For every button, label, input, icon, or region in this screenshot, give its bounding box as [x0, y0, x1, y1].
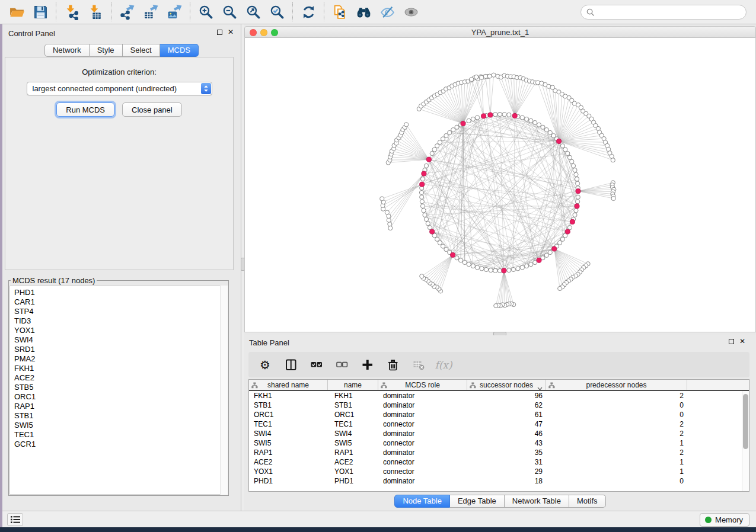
- gear-button[interactable]: ⚙: [258, 358, 272, 371]
- table-scrollbar-thumb[interactable]: [743, 394, 748, 449]
- column-label: shared name: [267, 381, 309, 389]
- mcds-node-item[interactable]: STP4: [14, 307, 227, 316]
- save-icon: [33, 4, 49, 20]
- refresh-button[interactable]: [296, 2, 320, 22]
- memory-button[interactable]: Memory: [700, 513, 749, 527]
- import-table-button[interactable]: [84, 2, 107, 22]
- minimize-window-icon[interactable]: [260, 29, 267, 36]
- tab-network-table[interactable]: Network Table: [505, 495, 569, 508]
- table-row[interactable]: RAP1RAP1dominator352: [249, 448, 749, 457]
- network-window-titlebar[interactable]: YPA_prune.txt_1: [244, 26, 756, 38]
- columns-button[interactable]: [283, 358, 298, 371]
- column-header-predecessor-nodes[interactable]: predecessor nodes: [546, 380, 687, 390]
- export-table-button[interactable]: [139, 2, 162, 22]
- export-network-button[interactable]: [115, 2, 139, 22]
- cell-shared-name: STB1: [249, 401, 328, 409]
- mcds-node-item[interactable]: TEC1: [14, 430, 227, 440]
- tab-edge-table[interactable]: Edge Table: [450, 495, 505, 508]
- cell-name: ORC1: [328, 411, 378, 419]
- mcds-node-item[interactable]: YOX1: [14, 326, 227, 335]
- table-row[interactable]: PHD1PHD1dominator180: [249, 476, 749, 486]
- search-box[interactable]: [580, 5, 747, 20]
- run-mcds-button[interactable]: Run MCDS: [56, 102, 114, 117]
- tab-style[interactable]: Style: [90, 44, 123, 57]
- table-tabs: Node TableEdge TableNetwork TableMotifs: [244, 495, 756, 508]
- cell-name: FKH1: [328, 392, 378, 400]
- hide-selected-button[interactable]: [375, 2, 399, 22]
- mcds-node-item[interactable]: RAP1: [14, 402, 227, 411]
- zoom-out-button[interactable]: [218, 2, 241, 22]
- zoom-selected-button[interactable]: [265, 2, 289, 22]
- tab-network[interactable]: Network: [44, 44, 90, 57]
- cell-shared-name: SWI5: [249, 439, 328, 447]
- table-scrollbar[interactable]: [742, 391, 749, 491]
- column-header-name[interactable]: name: [328, 380, 378, 390]
- mcds-node-item[interactable]: PHD1: [14, 288, 227, 297]
- import-network-button[interactable]: [60, 2, 84, 22]
- float-panel-icon[interactable]: [217, 30, 222, 35]
- trash-button[interactable]: [385, 358, 400, 371]
- column-header-successor-nodes[interactable]: successor nodes: [467, 380, 546, 390]
- optimization-criterion-select[interactable]: largest connected component (undirected): [27, 82, 212, 95]
- close-panel-icon[interactable]: ✕: [228, 29, 234, 36]
- float-table-panel-icon[interactable]: [729, 339, 734, 344]
- mcds-node-item[interactable]: STB1: [14, 411, 227, 421]
- tab-select[interactable]: Select: [123, 44, 160, 57]
- cell-MCDS-role: connector: [378, 439, 467, 447]
- mcds-result-list[interactable]: PHD1CAR1STP4TID3YOX1SWI4SRD1PMA2FKH1ACE2…: [9, 286, 228, 495]
- save-button[interactable]: [28, 2, 52, 22]
- network-canvas[interactable]: [244, 38, 756, 332]
- add-button[interactable]: [360, 358, 374, 371]
- table-row[interactable]: FKH1FKH1dominator962: [249, 391, 749, 400]
- close-window-icon[interactable]: [250, 29, 257, 36]
- zoom-fit-button[interactable]: [241, 2, 265, 22]
- mcds-node-item[interactable]: SWI5: [14, 421, 227, 430]
- add-icon: [361, 358, 374, 371]
- export-image-button[interactable]: [162, 2, 186, 22]
- table-row[interactable]: SWI5SWI5connector431: [249, 438, 749, 448]
- cell-successor-nodes: 62: [467, 401, 546, 409]
- table-row[interactable]: STB1STB1dominator620: [249, 400, 749, 410]
- table-row[interactable]: YOX1YOX1connector291: [249, 467, 749, 476]
- mcds-node-item[interactable]: STB5: [14, 383, 227, 392]
- table-row[interactable]: ACE2ACE2connector311: [249, 457, 749, 467]
- function-icon: f(x): [435, 359, 452, 371]
- duplicate-network-button[interactable]: [328, 2, 352, 22]
- table-row[interactable]: TEC1TEC1connector472: [249, 419, 749, 429]
- mcds-node-item[interactable]: FKH1: [14, 364, 227, 373]
- zoom-in-button[interactable]: [194, 2, 218, 22]
- unselect-all-button[interactable]: [334, 358, 349, 371]
- cell-predecessor-nodes: 0: [546, 411, 687, 419]
- select-all-button[interactable]: [309, 358, 323, 371]
- mcds-node-item[interactable]: CAR1: [14, 297, 227, 307]
- table-row[interactable]: ORC1ORC1dominator610: [249, 410, 749, 419]
- table-row[interactable]: SWI4SWI4dominator462: [249, 429, 749, 438]
- search-input[interactable]: [595, 8, 746, 17]
- task-history-button[interactable]: [7, 513, 23, 526]
- mcds-node-item[interactable]: GCR1: [14, 440, 227, 449]
- mcds-node-item[interactable]: SWI4: [14, 335, 227, 345]
- search-binoculars-icon: [356, 4, 372, 20]
- show-all-button[interactable]: [399, 2, 423, 22]
- mcds-list-scrollbar[interactable]: [220, 286, 228, 495]
- open-folder-button[interactable]: [5, 2, 28, 22]
- mcds-node-item[interactable]: SRD1: [14, 345, 227, 354]
- tab-node-table[interactable]: Node Table: [394, 495, 450, 508]
- column-label: name: [344, 381, 362, 389]
- mcds-node-item[interactable]: TID3: [14, 316, 227, 326]
- zoom-window-icon[interactable]: [271, 29, 278, 36]
- mcds-node-item[interactable]: PMA2: [14, 354, 227, 364]
- search-binoculars-button[interactable]: [352, 2, 375, 22]
- column-header-shared-name[interactable]: shared name: [249, 380, 328, 390]
- close-table-panel-icon[interactable]: ✕: [739, 338, 745, 345]
- mcds-node-item[interactable]: ACE2: [14, 373, 227, 383]
- cell-successor-nodes: 43: [467, 439, 546, 447]
- tab-mcds[interactable]: MCDS: [160, 44, 199, 57]
- close-panel-button[interactable]: Close panel: [122, 102, 182, 117]
- duplicate-network-icon: [332, 4, 348, 20]
- mcds-node-item[interactable]: ORC1: [14, 392, 227, 402]
- column-header-MCDS-role[interactable]: MCDS role: [378, 380, 467, 390]
- network-graph[interactable]: [245, 38, 755, 332]
- tab-motifs[interactable]: Motifs: [569, 495, 606, 508]
- optimization-criterion-label: Optimization criterion:: [5, 68, 233, 76]
